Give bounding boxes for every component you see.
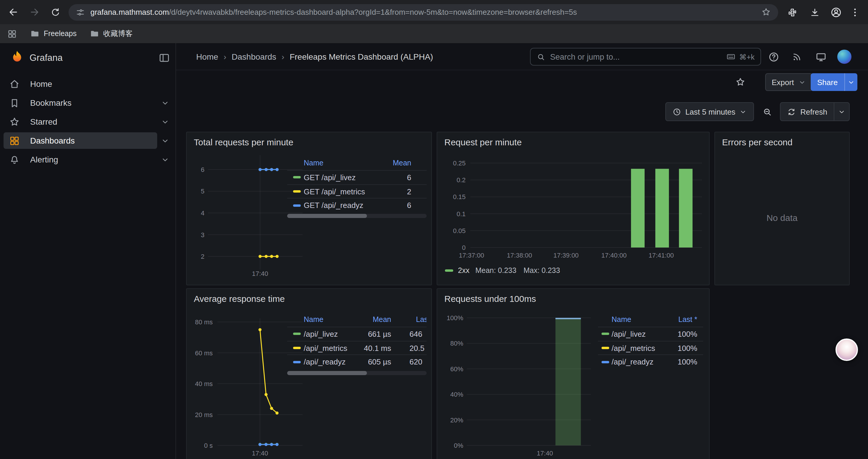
display-icon[interactable] bbox=[815, 51, 827, 63]
sidebar-item-alerting[interactable]: Alerting bbox=[4, 151, 157, 168]
help-icon[interactable] bbox=[768, 51, 779, 63]
table-header[interactable]: Last * bbox=[678, 313, 697, 327]
panel-title[interactable]: Errors per second bbox=[722, 137, 793, 147]
download-icon[interactable] bbox=[809, 6, 821, 18]
scrollbar-thumb[interactable] bbox=[287, 371, 367, 375]
series-name[interactable]: /api/_readyz bbox=[304, 355, 346, 369]
url-path: /d/deytv4rwavabkb/freeleaps-metrics-dash… bbox=[169, 8, 577, 17]
series-name[interactable]: GET /api/_metrics bbox=[304, 185, 365, 198]
table-header-name[interactable]: Name bbox=[612, 313, 631, 327]
table-row: /api/_livez100% bbox=[598, 327, 703, 340]
bookmark-label: 收藏博客 bbox=[103, 29, 133, 39]
back-icon[interactable] bbox=[7, 6, 19, 18]
no-data-message: No data bbox=[715, 213, 849, 223]
bookmark-star-icon[interactable] bbox=[761, 7, 771, 17]
apps-grid-icon[interactable] bbox=[7, 29, 17, 39]
extensions-icon[interactable] bbox=[786, 6, 798, 18]
table-row: GET /api/_readyz6 bbox=[287, 198, 427, 212]
table-header[interactable]: Las bbox=[416, 313, 427, 327]
dashboard-canvas: Last 5 minutes Refresh Total requests pe… bbox=[176, 94, 868, 459]
refresh-interval-button[interactable] bbox=[834, 103, 849, 121]
apps-icon bbox=[9, 135, 20, 146]
table-header[interactable]: Mean bbox=[373, 313, 391, 327]
table-cell: 40.1 ms bbox=[364, 341, 392, 355]
series-name[interactable]: /api/_metrics bbox=[304, 341, 347, 355]
legend-table: NameMeanGET /api/_livez6GET /api/_metric… bbox=[287, 156, 427, 213]
svg-text:0: 0 bbox=[462, 244, 466, 251]
panel-body: 6543217:40NameMeanGET /api/_livez6GET /a… bbox=[187, 132, 431, 285]
sidebar-item-starred[interactable]: Starred bbox=[4, 113, 157, 130]
shortcut-label: ⌘+k bbox=[739, 52, 754, 61]
panel-title[interactable]: Request per minute bbox=[444, 137, 522, 147]
reload-icon[interactable] bbox=[50, 6, 61, 18]
table-row: /api/_metrics40.1 ms20.5 m bbox=[287, 340, 427, 355]
series-name[interactable]: GET /api/_livez bbox=[304, 171, 356, 185]
breadcrumb: Home›Dashboards›Freeleaps Metrics Dashbo… bbox=[196, 43, 433, 70]
breadcrumb-item[interactable]: Home bbox=[196, 52, 218, 61]
table-header[interactable]: Mean bbox=[393, 156, 411, 170]
rss-icon[interactable] bbox=[791, 51, 803, 63]
chevron-down-icon[interactable] bbox=[160, 98, 169, 107]
zoom-out-button[interactable] bbox=[759, 102, 776, 121]
sidebar-item-label: Dashboards bbox=[30, 136, 75, 145]
user-avatar[interactable] bbox=[837, 50, 851, 64]
svg-text:0.25: 0.25 bbox=[453, 160, 466, 167]
legend-label[interactable]: 2xx bbox=[458, 266, 469, 275]
time-range-label: Last 5 minutes bbox=[685, 107, 735, 116]
table-header-name[interactable]: Name bbox=[304, 156, 323, 170]
series-name[interactable]: /api/_metrics bbox=[612, 341, 655, 355]
time-controls: Last 5 minutes Refresh bbox=[665, 102, 850, 121]
sidebar-item-bookmarks[interactable]: Bookmarks bbox=[4, 95, 157, 111]
sidebar-item-label: Home bbox=[30, 79, 52, 89]
legend-table: NameLast */api/_livez100%/api/_metrics10… bbox=[598, 313, 703, 369]
breadcrumb-item: Freeleaps Metrics Dashboard (ALPHA) bbox=[289, 52, 433, 61]
time-range-picker[interactable]: Last 5 minutes bbox=[665, 102, 754, 121]
browser-window: grafana.mathmast.com/d/deytv4rwavabkb/fr… bbox=[0, 0, 868, 459]
scrollbar-thumb[interactable] bbox=[287, 214, 367, 218]
profile-icon[interactable] bbox=[830, 6, 842, 18]
series-name[interactable]: /api/_livez bbox=[612, 327, 646, 341]
svg-text:4: 4 bbox=[201, 209, 205, 217]
favorite-star-icon[interactable] bbox=[735, 77, 746, 88]
share-dropdown-button[interactable] bbox=[844, 73, 857, 91]
chevron-down-icon[interactable] bbox=[160, 155, 169, 164]
top-nav: Home›Dashboards›Freeleaps Metrics Dashbo… bbox=[176, 43, 868, 70]
chevron-down-icon[interactable] bbox=[160, 136, 169, 145]
url-bar[interactable]: grafana.mathmast.com/d/deytv4rwavabkb/fr… bbox=[68, 4, 778, 21]
panel-title[interactable]: Average response time bbox=[194, 294, 285, 304]
sidebar-item-home[interactable]: Home bbox=[4, 76, 157, 92]
legend-stat: Max: 0.233 bbox=[524, 266, 560, 275]
sidebar-toggle-icon[interactable] bbox=[158, 52, 170, 64]
svg-text:2: 2 bbox=[201, 253, 205, 260]
search-box[interactable]: ⌘+k bbox=[530, 48, 761, 66]
table-cell: 6 bbox=[407, 199, 411, 213]
series-swatch-icon bbox=[293, 361, 301, 363]
series-name[interactable]: /api/_livez bbox=[304, 327, 338, 341]
series-name[interactable]: /api/_readyz bbox=[612, 355, 653, 369]
export-button[interactable]: Export bbox=[765, 73, 812, 91]
bookmark-item[interactable]: 收藏博客 bbox=[90, 29, 133, 39]
svg-text:5: 5 bbox=[201, 188, 205, 195]
bookmark-items: Freeleaps收藏博客 bbox=[17, 29, 133, 39]
series-name[interactable]: GET /api/_readyz bbox=[304, 199, 363, 213]
svg-text:17:38:00: 17:38:00 bbox=[507, 252, 532, 259]
site-settings-icon[interactable] bbox=[75, 7, 85, 17]
panel-title[interactable]: Total requests per minute bbox=[194, 137, 293, 147]
search-input[interactable] bbox=[550, 52, 726, 61]
sidebar-item-dashboards[interactable]: Dashboards bbox=[4, 132, 157, 149]
bookmark-icon bbox=[9, 97, 20, 108]
browser-toolbar: grafana.mathmast.com/d/deytv4rwavabkb/fr… bbox=[0, 0, 868, 24]
bookmark-item[interactable]: Freeleaps bbox=[30, 29, 76, 38]
refresh-button[interactable]: Refresh bbox=[781, 103, 834, 121]
folder-icon bbox=[30, 29, 39, 38]
share-button[interactable]: Share bbox=[811, 73, 844, 91]
table-header-name[interactable]: Name bbox=[304, 313, 323, 327]
chevron-down-icon[interactable] bbox=[160, 117, 169, 126]
panel-request-per-minute: Request per minute 0.250.20.150.10.05017… bbox=[437, 132, 710, 285]
menu-icon[interactable] bbox=[849, 6, 861, 18]
star-icon bbox=[9, 116, 20, 127]
breadcrumb-item[interactable]: Dashboards bbox=[231, 52, 276, 61]
table-row: GET /api/_livez6 bbox=[287, 170, 427, 184]
panel-title[interactable]: Requests under 100ms bbox=[444, 294, 536, 304]
assistant-avatar-button[interactable] bbox=[836, 338, 858, 361]
